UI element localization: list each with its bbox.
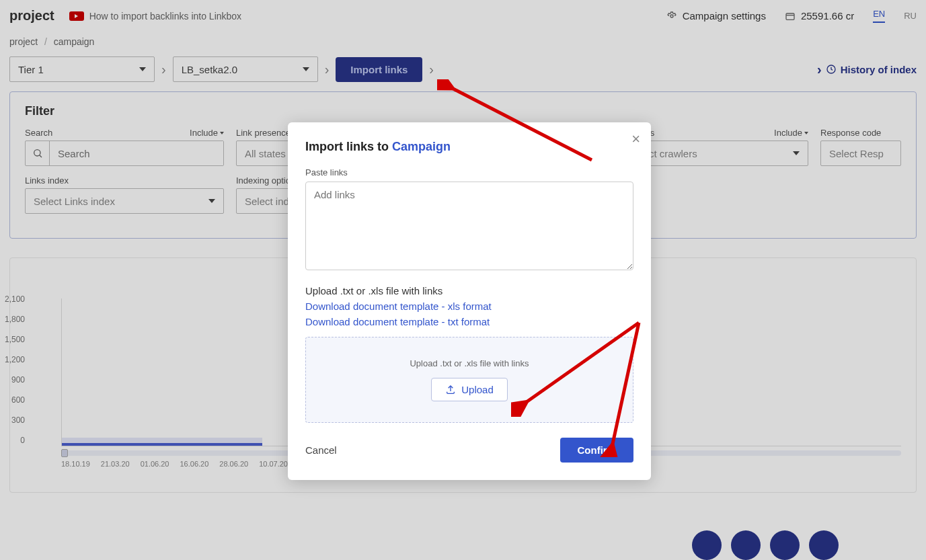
close-icon[interactable]: × bbox=[631, 132, 640, 147]
import-links-modal: × Import links to Campaign Paste links U… bbox=[288, 122, 651, 480]
cancel-button[interactable]: Cancel bbox=[305, 444, 337, 456]
modal-title: Import links to Campaign bbox=[305, 140, 633, 154]
download-txt-template-link[interactable]: Download document template - txt format bbox=[305, 316, 633, 327]
upload-description: Upload .txt or .xls file with links bbox=[305, 285, 633, 296]
upload-icon bbox=[445, 385, 456, 395]
upload-dropzone[interactable]: Upload .txt or .xls file with links Uplo… bbox=[305, 337, 633, 423]
download-xls-template-link[interactable]: Download document template - xls format bbox=[305, 301, 633, 312]
dropzone-text: Upload .txt or .xls file with links bbox=[410, 358, 529, 368]
upload-button[interactable]: Upload bbox=[431, 378, 508, 401]
paste-links-textarea[interactable] bbox=[305, 182, 633, 270]
paste-links-label: Paste links bbox=[305, 167, 633, 177]
confirm-button[interactable]: Confirm bbox=[560, 438, 634, 463]
